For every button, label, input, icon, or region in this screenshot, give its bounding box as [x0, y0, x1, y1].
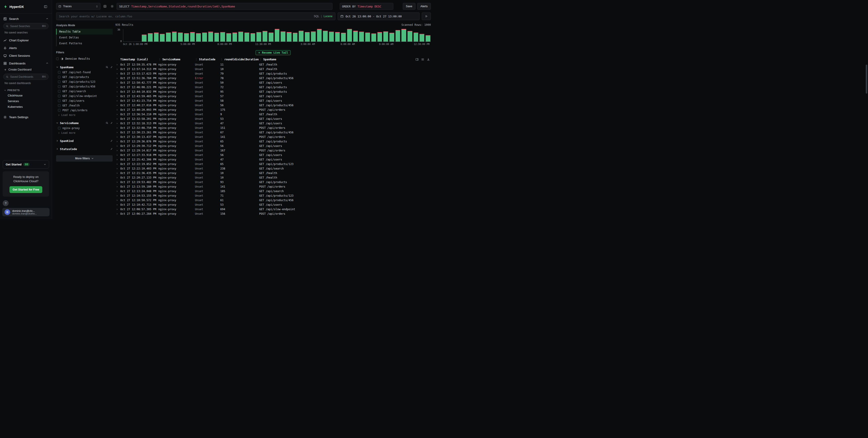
column-header-spanname[interactable]: ⋮ SpanName: [259, 58, 431, 61]
histogram-bar[interactable]: [196, 33, 201, 42]
table-row[interactable]: ›Oct 27 12:41:23.754 PMnginx-proxyUnset5…: [115, 99, 431, 103]
order-by-input[interactable]: ORDER BY Timestamp DESC: [340, 3, 393, 10]
filter-checkbox[interactable]: [58, 109, 61, 112]
expand-row-chevron-icon[interactable]: ›: [115, 99, 120, 102]
histogram-bar[interactable]: [311, 31, 316, 42]
expand-row-chevron-icon[interactable]: ›: [115, 77, 120, 80]
histogram-bar[interactable]: [226, 33, 231, 42]
download-icon[interactable]: [427, 58, 430, 61]
table-row[interactable]: ›Oct 27 12:53:17.623 PMnginx-proxyUnset7…: [115, 71, 431, 76]
sidebar-item-client-sessions[interactable]: Client Sessions: [0, 52, 52, 60]
table-row[interactable]: ›Oct 27 12:25:42.306 PMnginx-proxyUnset4…: [115, 157, 431, 162]
table-row[interactable]: ›Oct 27 12:27:33.918 PMnginx-proxyUnset5…: [115, 153, 431, 157]
histogram-bar[interactable]: [166, 33, 171, 42]
sidebar-item-alerts[interactable]: Alerts: [0, 44, 52, 52]
expand-row-chevron-icon[interactable]: ›: [115, 203, 120, 206]
get-started-free-button[interactable]: Get Started for Free: [9, 186, 42, 193]
filter-option[interactable]: GET /api/products/123: [56, 79, 113, 84]
histogram-bar[interactable]: [172, 32, 177, 42]
column-resize-handle[interactable]: ⋮: [220, 58, 223, 61]
lucene-mode-toggle[interactable]: Lucene: [323, 15, 333, 18]
date-range-picker[interactable]: Oct 26 13:00:00 - Oct 27 13:00:00: [338, 12, 420, 20]
histogram-bar[interactable]: [335, 32, 340, 42]
pin-icon[interactable]: [110, 122, 113, 124]
filter-option[interactable]: GET /api/search: [56, 89, 113, 94]
preset-item-services[interactable]: Services: [0, 98, 52, 104]
expand-row-chevron-icon[interactable]: ›: [115, 135, 120, 139]
filter-checkbox[interactable]: [58, 127, 61, 130]
histogram-bar[interactable]: [256, 32, 261, 42]
mode-event-deltas[interactable]: Event Deltas: [56, 35, 113, 40]
filter-option[interactable]: GET /api/not-found: [56, 70, 113, 75]
sql-select-input[interactable]: SELECT Timestamp,ServiceName,StatusCode,…: [117, 3, 333, 10]
histogram-bar[interactable]: [148, 33, 153, 42]
sql-mode-toggle[interactable]: SQL: [314, 15, 319, 18]
user-menu[interactable]: D dominic.tran@clic... dominic.tran@clic…: [2, 208, 50, 216]
expand-row-chevron-icon[interactable]: ›: [115, 212, 120, 215]
resume-live-tail-button[interactable]: Resume Live Tail: [255, 50, 290, 55]
table-row[interactable]: ›Oct 27 12:22:19.852 PMnginx-proxyUnset6…: [115, 162, 431, 166]
filter-group-header[interactable]: SpanName: [56, 64, 113, 70]
table-row[interactable]: ›Oct 27 12:10:53.155 PMnginx-proxyUnset7…: [115, 194, 431, 198]
column-resize-handle[interactable]: ⋮: [158, 58, 161, 61]
histogram-bar[interactable]: [396, 30, 400, 42]
pin-icon[interactable]: [110, 147, 113, 150]
expand-row-chevron-icon[interactable]: ›: [115, 176, 120, 179]
histogram-bar[interactable]: [347, 29, 352, 42]
get-started-toggle[interactable]: Get Started 3/3: [3, 160, 49, 169]
load-more-button[interactable]: Load more: [56, 130, 113, 135]
histogram-bar[interactable]: [377, 32, 382, 42]
column-resize-handle[interactable]: ⋮: [259, 58, 262, 61]
filter-checkbox[interactable]: [58, 71, 61, 74]
histogram-bar[interactable]: [220, 32, 225, 42]
expand-row-chevron-icon[interactable]: ›: [115, 149, 120, 152]
filter-checkbox[interactable]: [58, 85, 61, 88]
filter-option[interactable]: GET /api/products/456: [56, 84, 113, 89]
histogram-bar[interactable]: [184, 33, 189, 42]
pin-icon[interactable]: [110, 66, 113, 68]
filter-option[interactable]: nginx-proxy: [56, 126, 113, 130]
histogram-bar[interactable]: [275, 29, 280, 42]
histogram-bar[interactable]: [407, 31, 412, 42]
histogram-bar[interactable]: [178, 33, 183, 42]
table-row[interactable]: ›Oct 27 12:29:14.817 PMnginx-proxyUnset1…: [115, 148, 431, 153]
sidebar-item-chart-explorer[interactable]: Chart Explorer: [0, 36, 52, 44]
histogram-bar[interactable]: [390, 33, 394, 42]
magnifier-icon[interactable]: [105, 122, 108, 124]
histogram-bar[interactable]: [202, 33, 207, 42]
table-row[interactable]: ›Oct 27 12:13:59.180 PMnginx-proxyUnset1…: [115, 184, 431, 189]
chevron-up-icon[interactable]: [46, 17, 49, 21]
table-row[interactable]: ›Oct 27 12:40:20.093 PMnginx-proxyUnset1…: [115, 108, 431, 112]
table-row[interactable]: ›Oct 27 12:22:10.403 PMnginx-proxyUnset2…: [115, 166, 431, 171]
histogram-bar[interactable]: [353, 31, 358, 42]
create-dashboard-button[interactable]: Create Dashboard: [0, 67, 52, 73]
filter-option[interactable]: GET /api/slow-endpoint: [56, 94, 113, 98]
search-box[interactable]: SQL | Lucene: [56, 12, 335, 20]
histogram-bar[interactable]: [281, 31, 285, 42]
filter-checkbox[interactable]: [58, 95, 61, 97]
filter-checkbox[interactable]: [58, 104, 61, 107]
column-resize-handle[interactable]: ⋮: [195, 58, 198, 61]
filter-checkbox[interactable]: [58, 90, 61, 93]
table-row[interactable]: ›Oct 27 12:51:36.784 PMnginx-proxyError7…: [115, 76, 431, 80]
pin-icon[interactable]: [110, 139, 113, 142]
table-row[interactable]: ›Oct 27 12:29:36.876 PMnginx-proxyUnset6…: [115, 139, 431, 144]
mode-results-table[interactable]: Results Table: [56, 29, 113, 35]
expand-row-chevron-icon[interactable]: ›: [115, 90, 120, 93]
expand-row-chevron-icon[interactable]: ›: [115, 86, 120, 89]
magnifier-icon[interactable]: [105, 66, 108, 68]
row-density-icon[interactable]: [421, 58, 424, 61]
histogram-bar[interactable]: [371, 33, 376, 42]
expand-row-chevron-icon[interactable]: ›: [115, 154, 120, 157]
preset-item-clickhouse[interactable]: ClickHouse: [0, 93, 52, 98]
histogram-bar[interactable]: [262, 31, 267, 42]
expand-row-chevron-icon[interactable]: ›: [115, 81, 120, 84]
help-button[interactable]: ?: [3, 200, 9, 206]
expand-row-chevron-icon[interactable]: ›: [115, 131, 120, 134]
histogram-bar[interactable]: [160, 34, 165, 42]
source-select[interactable]: Traces: [56, 3, 100, 10]
histogram-bar[interactable]: [238, 32, 243, 42]
expand-row-chevron-icon[interactable]: ›: [115, 140, 120, 143]
filter-option[interactable]: GET /health: [56, 103, 113, 108]
expand-row-chevron-icon[interactable]: ›: [115, 167, 120, 170]
